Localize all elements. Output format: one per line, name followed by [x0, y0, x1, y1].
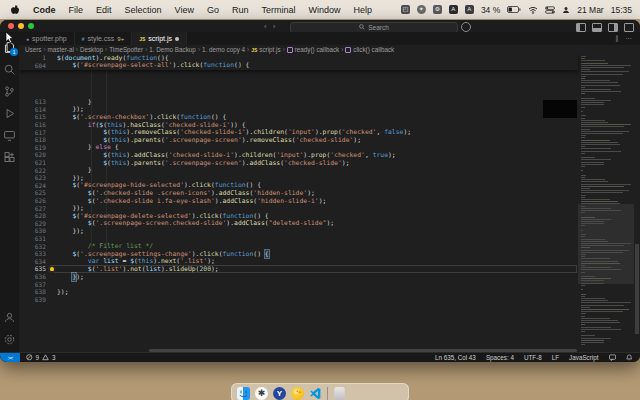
menu-item-edit[interactable]: Edit: [96, 5, 112, 15]
input-source-icon[interactable]: A: [465, 5, 474, 14]
line-number: 621: [19, 159, 46, 166]
tab-problems-badge: 9+: [117, 36, 124, 42]
wifi-icon[interactable]: [528, 6, 538, 14]
code-line[interactable]: 636 });: [19, 273, 578, 281]
toggle-sidebar-icon[interactable]: [576, 23, 586, 32]
toggle-panel-icon[interactable]: [592, 23, 602, 32]
command-center-search[interactable]: Search: [290, 22, 458, 33]
activity-run-debug-icon[interactable]: [0, 102, 19, 124]
toggle-secondary-sidebar-icon[interactable]: [608, 23, 618, 32]
user-switch-icon[interactable]: [562, 6, 570, 14]
activity-extensions-icon[interactable]: [0, 146, 19, 168]
eol-sequence[interactable]: LF: [552, 354, 559, 361]
feedback-icon[interactable]: [609, 354, 616, 361]
menubar-app-icon-4[interactable]: A: [449, 5, 458, 14]
code-line[interactable]: 613 }: [19, 98, 578, 106]
menu-item-terminal[interactable]: Terminal: [261, 5, 295, 15]
warning-icon: [42, 354, 49, 361]
window-title-bar[interactable]: ‹› Search: [0, 20, 640, 32]
vscode-icon[interactable]: [309, 387, 322, 400]
activity-remote-explorer-icon[interactable]: [0, 124, 19, 146]
editor-more-actions-icon[interactable]: ⋯: [625, 35, 632, 43]
nav-forward-icon[interactable]: ›: [273, 22, 282, 31]
menu-item-run[interactable]: Run: [232, 5, 249, 15]
menu-item-selection[interactable]: Selection: [125, 5, 162, 15]
encoding[interactable]: UTF-8: [524, 354, 542, 361]
code-line[interactable]: 639: [19, 296, 578, 304]
breadcrumb-item[interactable]: 1. Demo Backup: [149, 46, 196, 53]
menu-item-window[interactable]: Window: [308, 5, 340, 15]
menu-item-app[interactable]: Code: [33, 5, 56, 15]
minimap[interactable]: [578, 54, 634, 349]
breadcrumb-separator: ›: [43, 46, 45, 53]
line-number: 618: [19, 136, 46, 143]
code-line[interactable]: 637: [19, 280, 578, 288]
breadcrumb-item[interactable]: master-al: [48, 46, 74, 53]
trash-icon[interactable]: [334, 387, 345, 400]
modified-dot-icon[interactable]: [175, 37, 179, 41]
menubar-app-icon-2[interactable]: ✦: [417, 5, 426, 14]
activity-accounts-icon[interactable]: [0, 306, 19, 328]
problems-status[interactable]: 9 3: [26, 354, 56, 361]
js-file-icon: JS: [251, 47, 257, 53]
menubar-app-icon-3[interactable]: ⚙: [433, 5, 442, 14]
menubar-app-icon-1[interactable]: ◰: [401, 5, 410, 14]
breadcrumb-separator: ›: [198, 46, 200, 53]
code-line[interactable]: 626 $('.checked-slide i.fa-eye-slash').a…: [19, 197, 578, 205]
breadcrumb-item[interactable]: Users: [25, 46, 41, 53]
chatgpt-icon[interactable]: ✱: [255, 387, 268, 400]
tab-spotter-php[interactable]: ● spotter.php: [19, 32, 75, 45]
menu-item-help[interactable]: Help: [353, 5, 372, 15]
code-text: $('.checked-slide i.fa-eye-slash').addCl…: [57, 197, 326, 205]
menu-item-file[interactable]: File: [69, 5, 84, 15]
nav-back-icon[interactable]: ‹: [264, 22, 273, 31]
vertical-scrollbar[interactable]: [634, 54, 640, 349]
remote-indicator[interactable]: ><: [0, 353, 20, 363]
menu-item-go[interactable]: Go: [207, 5, 219, 15]
tab-style-css[interactable]: # style.css 9+: [75, 32, 132, 45]
code-line[interactable]: 621 $(this).parents('.screenpage-screen'…: [19, 159, 578, 167]
code-text: $(this).parents('.screenpage-screen').ad…: [57, 159, 350, 167]
copilot-icon[interactable]: [461, 22, 471, 32]
line-number: 630: [19, 227, 46, 234]
activity-settings-icon[interactable]: [0, 328, 19, 350]
customize-layout-icon[interactable]: [624, 23, 634, 32]
code-line[interactable]: 630 });: [19, 227, 578, 235]
yandex-browser-icon[interactable]: Y: [273, 387, 286, 400]
close-window-button[interactable]: [8, 23, 14, 29]
duck-icon[interactable]: [291, 387, 304, 400]
notifications-bell-icon[interactable]: [626, 354, 633, 361]
control-center-icon[interactable]: [545, 6, 555, 14]
apple-icon[interactable]: [10, 4, 20, 15]
tab-script-js[interactable]: JS script.js: [132, 32, 187, 45]
menubar-date[interactable]: 21 Mar: [577, 5, 603, 15]
breadcrumb-item[interactable]: 1. demo copy 4: [202, 46, 245, 53]
maximize-window-button[interactable]: [28, 23, 34, 29]
code-editor[interactable]: 613 }614 });615 $('.screen-checkbox').cl…: [19, 54, 640, 349]
cursor-position[interactable]: Ln 635, Col 43: [435, 354, 476, 361]
breadcrumb-file[interactable]: script.js: [259, 46, 280, 53]
sticky-scroll[interactable]: 1$(document).ready(function(){604 $('#sc…: [19, 54, 578, 70]
code-line[interactable]: 629 $('.screenpage-screen.checked-slide'…: [19, 220, 578, 228]
breadcrumb-item[interactable]: Desktop: [80, 46, 103, 53]
code-line[interactable]: 638});: [19, 288, 578, 296]
breadcrumb-symbol[interactable]: ready() callback: [295, 46, 339, 53]
language-mode[interactable]: JavaScript: [569, 354, 598, 361]
code-line[interactable]: 622 }: [19, 166, 578, 174]
indentation[interactable]: Spaces: 4: [486, 354, 514, 361]
breadcrumb-separator: ›: [341, 46, 343, 53]
line-number: 1: [19, 54, 46, 61]
code-line[interactable]: 604 $('#screenpage-select-all').click(fu…: [19, 62, 578, 70]
battery-icon: [507, 6, 521, 13]
line-number: 631: [19, 235, 46, 242]
menubar-time[interactable]: 15:35: [611, 5, 632, 15]
finder-icon[interactable]: [237, 387, 250, 400]
menu-item-view[interactable]: View: [175, 5, 194, 15]
minimize-window-button[interactable]: [18, 23, 24, 29]
lightbulb-icon[interactable]: [48, 266, 55, 273]
breadcrumb-item[interactable]: TimeSpotter: [109, 46, 143, 53]
activity-search-icon[interactable]: [0, 58, 19, 80]
activity-source-control-icon[interactable]: [0, 80, 19, 102]
breadcrumb-symbol[interactable]: click() callback: [353, 46, 394, 53]
split-editor-icon[interactable]: ⫿: [616, 35, 618, 43]
